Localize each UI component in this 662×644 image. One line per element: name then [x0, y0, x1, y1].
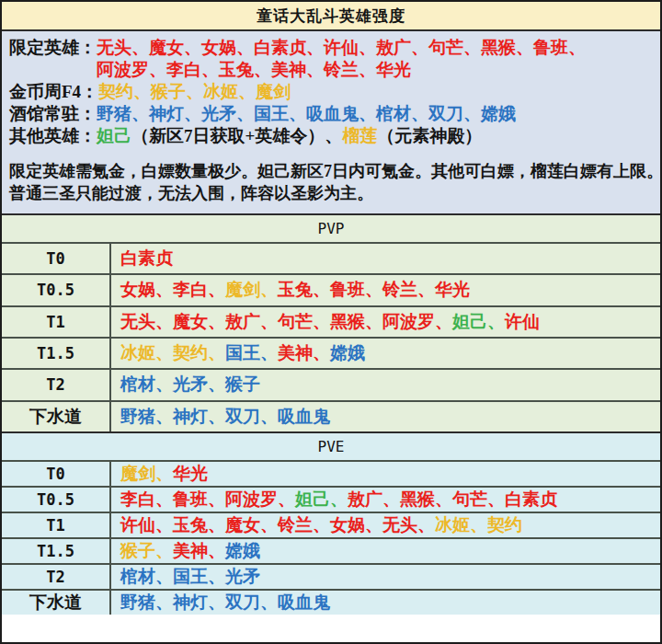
hero-name: 吸血鬼 [278, 405, 330, 429]
hero-name: 魔剑 [225, 278, 260, 302]
tier-label: T1.5 [2, 539, 111, 563]
tier-heroes: 无头、魔女、敖广、句芒、黑猴、阿波罗、妲己、许仙 [111, 307, 660, 337]
section-header-pvp: PVP [2, 215, 660, 244]
legend-label: 限定英雄： [9, 37, 97, 81]
hero-name: 无头 [382, 513, 417, 537]
legend-row: 酒馆常驻：野猪、神灯、光矛、国王、吸血鬼、棺材、双刀、嫦娥 [9, 103, 653, 125]
hero-name: 阿波罗 [225, 488, 278, 512]
hero-name: 鲁班 [330, 278, 365, 302]
tier-heroes: 女娲 、李白、魔剑、玉兔、鲁班、铃兰、华光 [111, 275, 660, 305]
hero-separator: 、 [260, 513, 278, 537]
hero-separator: 、 [155, 278, 173, 302]
hero-name: 国王 [173, 565, 208, 589]
hero-name: 敖广 [348, 488, 382, 512]
legend-row: 金币周F4：契约、猴子、冰姬、魔剑 [9, 81, 653, 103]
hero-name: 句芒 [452, 488, 487, 512]
hero-name: 白素贞 [120, 247, 173, 270]
hero-separator: 、 [155, 310, 173, 334]
tier-row: 下水道野猪、神灯、双刀、吸血鬼 [2, 402, 660, 431]
hero-separator: 、 [155, 513, 173, 537]
tier-label: T0.5 [2, 488, 111, 512]
hero-separator: 、 [260, 591, 278, 615]
tier-row: T0白素贞 [2, 244, 660, 275]
tier-heroes: 魔剑、华光 [111, 462, 660, 486]
tier-heroes: 野猪、神灯、双刀、吸血鬼 [111, 591, 660, 615]
legend-row: 其他英雄：妲己（新区7日获取+英雄令）、榴莲（元素神殿） [9, 125, 653, 147]
tier-label: T1.5 [2, 339, 111, 368]
hero-name: 光矛 [225, 565, 260, 589]
hero-name: 黑猴 [400, 488, 435, 512]
hero-separator: 、 [155, 405, 173, 429]
hero-name: 嫦娥 [225, 539, 260, 563]
notes: 限定英雄需氪金，白嫖数量极少。妲己新区7日内可氪金。其他可白嫖，榴莲白嫖有上限。… [9, 160, 653, 204]
tier-heroes: 棺材、光矛、猴子 [111, 370, 660, 399]
hero-separator: 、 [260, 405, 278, 429]
hero-separator: 、 [208, 539, 225, 563]
legend-label: 其他英雄： [9, 125, 97, 147]
hero-separator: 、 [208, 488, 225, 512]
hero-name: 许仙 [120, 513, 155, 537]
hero-name: （元素神殿） [377, 126, 482, 145]
hero-separator: 、 [208, 513, 225, 537]
hero-name: 女娲 [120, 278, 155, 302]
hero-separator: 、 [417, 513, 435, 537]
hero-name: 榴莲 [342, 126, 377, 145]
hero-name: 阿波罗、李白、玉兔、美神、铃兰、华光 [97, 60, 411, 79]
tier-row: T1无头、魔女、敖广、句芒、黑猴、阿波罗、妲己、许仙 [2, 307, 660, 339]
tier-sheet: 童话大乱斗英雄强度 限定英雄：无头、魔女、女娲、白素贞、许仙、敖广、句芒、黑猴、… [0, 0, 662, 644]
tier-heroes: 许仙、玉兔、魔女、铃兰、女娲、无头、冰姬、契约 [111, 513, 660, 537]
hero-name: 冰姬 [435, 513, 470, 537]
hero-name: （新区7日获取+英雄令）、 [131, 126, 342, 145]
hero-name: 妲己 [295, 488, 330, 512]
hero-separator: 、 [417, 278, 435, 302]
hero-name: 双刀 [225, 591, 260, 615]
hero-separator: 、 [155, 565, 173, 589]
tier-label: T0 [2, 462, 111, 486]
tier-label: 下水道 [2, 591, 111, 615]
legend-heroes: 野猪、神灯、光矛、国王、吸血鬼、棺材、双刀、嫦娥 [97, 103, 516, 125]
tier-row: T2棺材、光矛、猴子 [2, 370, 660, 401]
hero-name: 契约 [173, 341, 208, 365]
hero-name: 铃兰 [278, 513, 313, 537]
hero-separator: 、 [365, 310, 382, 334]
tier-label: T0.5 [2, 275, 111, 305]
page-title: 童话大乱斗英雄强度 [257, 6, 405, 27]
tier-heroes: 白素贞 [111, 244, 660, 273]
hero-name: 女娲 [330, 513, 365, 537]
tier-heroes: 猴子、美神、嫦娥 [111, 539, 660, 563]
tier-row: T1.5冰姬、契约、国王、美神、嫦娥 [2, 339, 660, 370]
hero-name: 魔剑 [120, 462, 155, 486]
hero-name: 无头 [120, 310, 155, 334]
hero-name: 妲己 [97, 126, 131, 145]
tier-heroes: 野猪、神灯、双刀、吸血鬼 [111, 402, 660, 431]
tier-row: T1许仙、玉兔、魔女、铃兰、女娲、无头、冰姬、契约 [2, 513, 660, 539]
hero-separator: 、 [470, 513, 487, 537]
hero-name: 敖广 [225, 310, 260, 334]
hero-name: 魔女 [173, 310, 208, 334]
hero-separator: 、 [487, 488, 505, 512]
hero-name: 契约 [487, 513, 522, 537]
hero-separator: 、 [208, 341, 225, 365]
hero-separator: 、 [278, 488, 295, 512]
hero-name: 无头、魔女、女娲、白素贞、许仙、敖广、句芒、黑猴、鲁班、 [97, 38, 586, 57]
hero-separator: 、 [208, 310, 225, 334]
hero-name: 美神 [173, 539, 208, 563]
hero-name: 白素贞 [505, 488, 557, 512]
hero-separator: 、 [208, 591, 225, 615]
hero-separator: 、 [155, 488, 173, 512]
hero-separator: 、 [313, 310, 330, 334]
tier-row: T2棺材、国王、光矛 [2, 565, 660, 591]
hero-separator: 、 [330, 488, 348, 512]
section-header-pve: PVE [2, 433, 660, 462]
hero-separator: 、 [260, 341, 278, 365]
hero-name: 魔女 [225, 513, 260, 537]
hero-name: 野猪、神灯、光矛、国王、吸血鬼、棺材、双刀、嫦娥 [97, 104, 516, 123]
hero-separator: 、 [313, 278, 330, 302]
legend-label: 酒馆常驻： [9, 103, 97, 125]
legend-rows: 限定英雄：无头、魔女、女娲、白素贞、许仙、敖广、句芒、黑猴、鲁班、阿波罗、李白、… [9, 37, 653, 147]
hero-name: 神灯 [173, 405, 208, 429]
tier-label: 下水道 [2, 402, 111, 431]
hero-name: 妲己 [452, 310, 487, 334]
hero-name: 句芒 [278, 310, 313, 334]
hero-separator: 、 [155, 462, 173, 486]
